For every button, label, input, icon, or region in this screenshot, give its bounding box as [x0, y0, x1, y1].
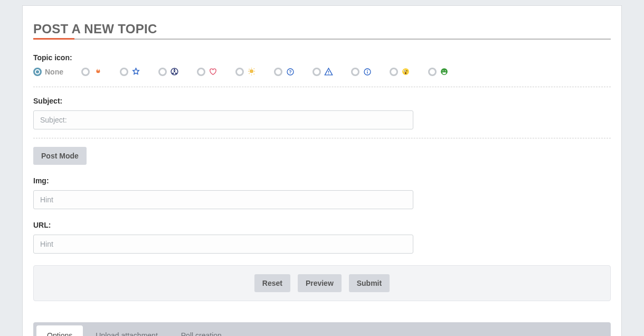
radio-icon: [351, 68, 359, 76]
radio-icon: [197, 68, 205, 76]
topic-icon-radioactive[interactable]: [158, 67, 179, 76]
star-icon: [131, 67, 140, 76]
radio-selected: [33, 68, 42, 76]
post-mode-button[interactable]: Post Mode: [33, 147, 87, 165]
reset-button[interactable]: Reset: [254, 274, 290, 292]
svg-point-14: [405, 72, 406, 74]
question-icon: ?: [286, 67, 295, 76]
topic-icon-lightbulb[interactable]: [235, 67, 256, 76]
post-mode-section: Post Mode: [33, 147, 611, 165]
tab-poll-creation[interactable]: Poll creation: [171, 325, 232, 336]
none-label: None: [45, 68, 63, 76]
tabs-panel: Options Upload attachment Poll creation: [33, 322, 611, 336]
topic-icon-info[interactable]: [351, 67, 372, 76]
svg-point-8: [367, 70, 368, 71]
preview-button[interactable]: Preview: [298, 274, 342, 292]
topic-icon-row: None: [33, 67, 611, 87]
warning-icon: [324, 67, 333, 76]
radio-icon: [158, 68, 167, 76]
submit-button[interactable]: Submit: [349, 274, 390, 292]
radioactive-icon: [170, 67, 179, 76]
img-input[interactable]: [33, 190, 413, 209]
info-icon: [363, 67, 372, 76]
url-section: URL:: [33, 221, 611, 254]
img-section: Img:: [33, 176, 611, 209]
topic-icon-fire[interactable]: [81, 67, 102, 76]
svg-point-2: [250, 69, 253, 73]
subject-section: Subject:: [33, 97, 611, 129]
radio-icon: [81, 68, 90, 76]
topic-icon-star[interactable]: [120, 67, 140, 76]
svg-point-1: [174, 71, 175, 72]
grin-face-icon: [440, 67, 449, 76]
topic-icon-warning[interactable]: [312, 67, 333, 76]
radio-icon: [120, 68, 128, 76]
lightbulb-icon: [247, 67, 256, 76]
subject-label: Subject:: [33, 97, 611, 105]
svg-point-17: [445, 70, 446, 71]
svg-point-16: [442, 70, 443, 71]
topic-icon-heart[interactable]: [197, 67, 217, 76]
img-label: Img:: [33, 176, 611, 185]
tab-upload-attachment[interactable]: Upload attachment: [85, 325, 168, 336]
tab-options[interactable]: Options: [36, 325, 83, 336]
svg-point-6: [328, 73, 329, 74]
surprised-face-icon: [401, 67, 410, 76]
radio-icon: [274, 68, 282, 76]
topic-icon-none[interactable]: None: [33, 68, 63, 76]
topic-icon-grin[interactable]: [428, 67, 449, 76]
divider: [33, 138, 611, 138]
svg-point-12: [404, 71, 405, 72]
radio-icon: [428, 68, 437, 76]
action-bar: Reset Preview Submit: [33, 265, 611, 301]
radio-icon: [312, 68, 321, 76]
new-topic-panel: POST A NEW TOPIC Topic icon: None: [22, 5, 622, 336]
url-input[interactable]: [33, 235, 413, 254]
radio-icon: [390, 68, 398, 76]
heart-icon: [209, 67, 217, 76]
topic-icon-section: Topic icon: None: [33, 53, 611, 87]
fire-icon: [93, 67, 102, 76]
topic-icon-surprised[interactable]: [390, 67, 410, 76]
svg-text:?: ?: [289, 69, 291, 74]
subject-input[interactable]: [33, 110, 413, 129]
url-label: URL:: [33, 221, 611, 229]
radio-icon: [235, 68, 244, 76]
topic-icon-label: Topic icon:: [33, 53, 611, 62]
topic-icon-question[interactable]: ?: [274, 67, 295, 76]
svg-point-13: [406, 70, 408, 71]
page-title: POST A NEW TOPIC: [33, 22, 611, 40]
